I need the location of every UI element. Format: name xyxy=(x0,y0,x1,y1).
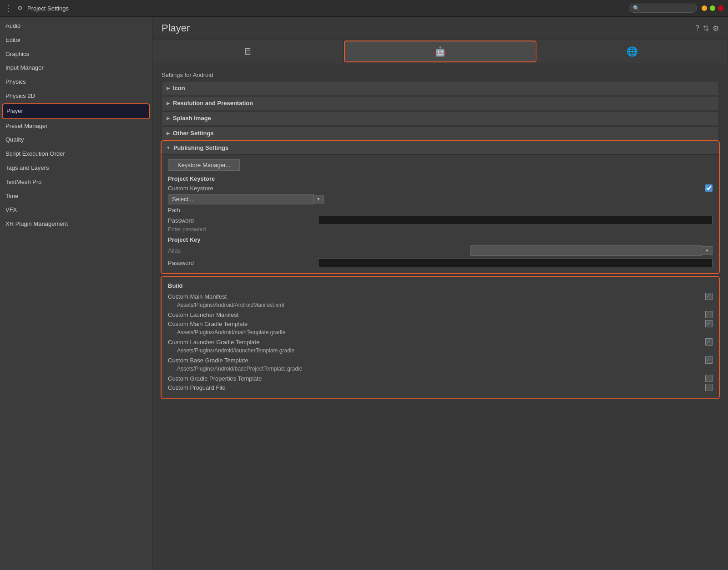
publishing-title: Publishing Settings xyxy=(173,144,228,151)
tab-android[interactable]: 🤖 xyxy=(345,41,536,61)
build-section: Build Custom Main Manifest Assets/Plugin… xyxy=(162,277,719,398)
sidebar-item-textmesh[interactable]: TextMesh Pro xyxy=(0,175,152,189)
custom-main-manifest-label: Custom Main Manifest xyxy=(168,293,705,300)
android-icon: 🤖 xyxy=(435,46,446,57)
custom-main-gradle-checkbox[interactable] xyxy=(705,320,713,327)
sidebar-item-quality[interactable]: Quality xyxy=(0,133,152,147)
sidebar-item-script-execution[interactable]: Script Execution Order xyxy=(0,147,152,161)
alias-row: Alias ▼ xyxy=(168,245,713,256)
build-custom-main-manifest-row: Custom Main Manifest xyxy=(168,293,713,300)
settings-icon: ⚙ xyxy=(17,5,25,12)
password-input[interactable] xyxy=(318,216,713,225)
custom-keystore-label: Custom Keystore xyxy=(168,185,705,192)
custom-base-gradle-label: Custom Base Gradle Template xyxy=(168,357,705,364)
foldout-icon: ▶ Icon xyxy=(162,81,719,95)
sidebar-item-preset-manager[interactable]: Preset Manager xyxy=(0,119,152,133)
publishing-header[interactable]: ▼ Publishing Settings xyxy=(162,141,719,155)
sidebar-item-physics-2d[interactable]: Physics 2D xyxy=(0,89,152,103)
build-custom-proguard-row: Custom Proguard File xyxy=(168,384,713,391)
custom-main-gradle-label: Custom Main Gradle Template xyxy=(168,321,705,327)
tab-desktop[interactable]: 🖥 xyxy=(152,40,344,63)
sidebar-item-player[interactable]: Player xyxy=(3,104,149,118)
custom-main-manifest-checkbox[interactable] xyxy=(705,293,713,300)
custom-main-gradle-path: Assets/Plugins/Android/mainTemplate.grad… xyxy=(168,329,713,336)
custom-launcher-gradle-label: Custom Launcher Gradle Template xyxy=(168,339,705,346)
custom-base-gradle-checkbox[interactable] xyxy=(705,356,713,364)
build-title: Build xyxy=(168,282,713,289)
build-custom-launcher-gradle-row: Custom Launcher Gradle Template xyxy=(168,338,713,346)
custom-base-gradle-path: Assets/Plugins/Android/baseProjectTempla… xyxy=(168,366,713,372)
foldout-icon-header[interactable]: ▶ Icon xyxy=(162,81,719,95)
arrow-icon: ▶ xyxy=(167,86,170,91)
custom-proguard-label: Custom Proguard File xyxy=(168,384,705,391)
alias-label: Alias xyxy=(168,247,470,254)
desktop-icon: 🖥 xyxy=(243,46,252,57)
build-custom-main-gradle-row: Custom Main Gradle Template xyxy=(168,320,713,327)
maximize-button[interactable] xyxy=(710,5,715,11)
sidebar-item-physics[interactable]: Physics xyxy=(0,75,152,89)
close-button[interactable] xyxy=(718,5,723,11)
menu-dots[interactable]: ⋮ xyxy=(5,3,13,13)
path-row: Path xyxy=(168,207,713,214)
key-password-label: Password xyxy=(168,260,318,266)
sidebar-item-audio[interactable]: Audio xyxy=(0,19,152,33)
search-icon: 🔍 xyxy=(633,5,640,11)
custom-launcher-gradle-checkbox[interactable] xyxy=(705,338,713,346)
password-row: Password xyxy=(168,216,713,225)
settings-for-label: Settings for Android xyxy=(162,68,719,81)
keystore-select-row: Select... ▼ xyxy=(168,194,713,204)
alias-arrow-icon: ▼ xyxy=(702,246,713,255)
foldout-splash-label: Splash Image xyxy=(173,115,211,122)
search-bar[interactable]: 🔍 xyxy=(629,4,697,13)
foldout-other-label: Other Settings xyxy=(173,130,214,137)
sidebar-item-xr[interactable]: XR Plugin Management xyxy=(0,217,152,231)
arrow-down-icon: ▼ xyxy=(166,145,171,150)
alias-select[interactable] xyxy=(470,245,702,256)
custom-launcher-manifest-label: Custom Launcher Manifest xyxy=(168,311,705,318)
build-custom-launcher-manifest-row: Custom Launcher Manifest xyxy=(168,311,713,318)
publishing-section: ▼ Publishing Settings Keystore Manager..… xyxy=(162,141,719,273)
foldout-splash-header[interactable]: ▶ Splash Image xyxy=(162,111,719,125)
sidebar: Audio Editor Graphics Input Manager Phys… xyxy=(0,17,152,570)
key-password-row: Password xyxy=(168,258,713,267)
publishing-content: Keystore Manager... Project Keystore Cus… xyxy=(162,155,719,273)
foldout-splash: ▶ Splash Image xyxy=(162,111,719,125)
custom-launcher-gradle-path: Assets/Plugins/Android/launcherTemplate.… xyxy=(168,347,713,354)
layout-icon[interactable]: ⇅ xyxy=(703,24,709,33)
platform-tabs: 🖥 🤖 🌐 xyxy=(152,40,728,63)
gear-icon[interactable]: ⚙ xyxy=(713,24,719,33)
help-icon[interactable]: ? xyxy=(695,24,699,32)
player-header: Player ? ⇅ ⚙ xyxy=(152,17,728,40)
sidebar-item-input-manager[interactable]: Input Manager xyxy=(0,61,152,75)
window-controls xyxy=(702,5,723,11)
sidebar-item-vfx[interactable]: VFX xyxy=(0,203,152,217)
foldout-resolution-header[interactable]: ▶ Resolution and Presentation xyxy=(162,96,719,110)
minimize-button[interactable] xyxy=(702,5,707,11)
custom-keystore-checkbox[interactable] xyxy=(705,184,713,192)
foldout-other: ▶ Other Settings xyxy=(162,126,719,140)
arrow-icon: ▶ xyxy=(167,116,170,121)
keystore-manager-button[interactable]: Keystore Manager... xyxy=(168,159,240,171)
web-icon: 🌐 xyxy=(627,46,638,57)
tab-web[interactable]: 🌐 xyxy=(537,40,728,63)
path-label: Path xyxy=(168,207,713,214)
sidebar-item-editor[interactable]: Editor xyxy=(0,33,152,47)
main-content: Player ? ⇅ ⚙ 🖥 🤖 🌐 Settings for Android xyxy=(152,17,728,570)
custom-launcher-manifest-checkbox[interactable] xyxy=(705,311,713,318)
key-password-input[interactable] xyxy=(318,258,713,267)
foldout-other-header[interactable]: ▶ Other Settings xyxy=(162,126,719,140)
build-custom-base-gradle-row: Custom Base Gradle Template xyxy=(168,356,713,364)
custom-proguard-checkbox[interactable] xyxy=(705,384,713,391)
sidebar-item-time[interactable]: Time xyxy=(0,189,152,204)
password-label: Password xyxy=(168,217,318,224)
titlebar: ⋮ ⚙ Project Settings 🔍 xyxy=(0,0,728,17)
keystore-select[interactable]: Select... xyxy=(168,194,313,204)
custom-gradle-props-checkbox[interactable] xyxy=(705,375,713,382)
password-hint: Enter password. xyxy=(168,226,713,233)
arrow-icon: ▶ xyxy=(167,101,170,106)
sidebar-item-tags-layers[interactable]: Tags and Layers xyxy=(0,161,152,175)
foldout-resolution: ▶ Resolution and Presentation xyxy=(162,96,719,110)
custom-main-manifest-path: Assets/Plugins/Android/AndroidManifest.x… xyxy=(168,302,713,308)
custom-keystore-row: Custom Keystore xyxy=(168,184,713,192)
sidebar-item-graphics[interactable]: Graphics xyxy=(0,47,152,61)
